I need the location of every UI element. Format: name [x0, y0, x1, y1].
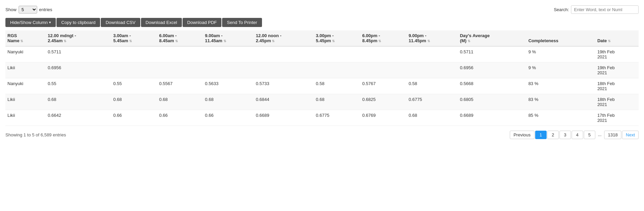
- sort-icon-t6[interactable]: ⇅: [332, 39, 335, 43]
- col-header-date[interactable]: Date⇅: [595, 30, 639, 46]
- sort-icon-t7[interactable]: ⇅: [378, 39, 381, 43]
- sort-icon-t1[interactable]: ⇅: [64, 39, 66, 43]
- cell-t5: 0.6844: [254, 94, 314, 110]
- previous-button[interactable]: Previous: [510, 131, 534, 139]
- cell-t6: 0.6775: [314, 110, 360, 126]
- top-bar: Show 5102550100 entries Search:: [5, 5, 639, 14]
- cell-t5: [254, 62, 314, 78]
- hide-show-column-button[interactable]: Hide/Show Column: [5, 18, 56, 27]
- cell-t5: 0.5733: [254, 78, 314, 94]
- col-header-t4[interactable]: 9.00am -11.45am⇅: [203, 30, 254, 46]
- cell-t3: 0.68: [157, 94, 203, 110]
- cell-completeness: 9 %: [526, 62, 595, 78]
- cell-t4: 0.5633: [203, 78, 254, 94]
- cell-t5: [254, 46, 314, 62]
- col-header-t2[interactable]: 3.00am -5.45am⇅: [111, 30, 157, 46]
- cell-date: 18th Feb 2021: [595, 78, 639, 94]
- search-input[interactable]: [571, 5, 639, 14]
- table-row: Nanyuki0.57110.57119 %19th Feb 2021: [5, 46, 639, 62]
- data-table: RGSName⇅12.00 mdngt -2.45am⇅3.00am -5.45…: [5, 30, 639, 126]
- pagination-ellipsis: ...: [596, 131, 604, 139]
- page-button-1318[interactable]: 1318: [604, 131, 621, 139]
- page-button-2[interactable]: 2: [547, 131, 559, 139]
- download-pdf-button[interactable]: Download PDF: [183, 18, 221, 27]
- table-header: RGSName⇅12.00 mdngt -2.45am⇅3.00am -5.45…: [5, 30, 639, 46]
- cell-avg: 0.6805: [458, 94, 526, 110]
- table-row: Nanyuki0.550.550.55670.56330.57330.580.5…: [5, 78, 639, 94]
- cell-completeness: 85 %: [526, 110, 595, 126]
- sort-icon-t3[interactable]: ⇅: [175, 39, 178, 43]
- cell-rgs_name: Likii: [5, 62, 46, 78]
- col-header-t7[interactable]: 6.00pm -8.45pm⇅: [360, 30, 406, 46]
- cell-t2: 0.66: [111, 110, 157, 126]
- download-excel-button[interactable]: Download Excel: [141, 18, 182, 27]
- cell-t1: 0.6642: [46, 110, 111, 126]
- cell-t1: 0.5711: [46, 46, 111, 62]
- pagination-info: Showing 1 to 5 of 6,589 entries: [5, 132, 66, 137]
- pagination-bar: Showing 1 to 5 of 6,589 entries Previous…: [5, 131, 639, 139]
- cell-t5: 0.6689: [254, 110, 314, 126]
- cell-t6: [314, 62, 360, 78]
- col-header-rgs_name[interactable]: RGSName⇅: [5, 30, 46, 46]
- cell-t3: 0.5567: [157, 78, 203, 94]
- show-entries-control: Show 5102550100 entries: [5, 6, 52, 14]
- cell-t2: 0.68: [111, 94, 157, 110]
- page-numbers: 12345...1318: [535, 131, 622, 139]
- cell-rgs_name: Likii: [5, 110, 46, 126]
- page-button-1[interactable]: 1: [535, 131, 547, 139]
- copy-to-clipboard-button[interactable]: Copy to clipboard: [56, 18, 100, 27]
- sort-icon-t5[interactable]: ⇅: [272, 39, 275, 43]
- col-header-t6[interactable]: 3.00pm -5.45pm⇅: [314, 30, 360, 46]
- sort-icon-t8[interactable]: ⇅: [427, 39, 430, 43]
- sort-icon-avg[interactable]: ⇅: [468, 39, 470, 43]
- cell-t7: 0.5767: [360, 78, 406, 94]
- cell-completeness: 83 %: [526, 94, 595, 110]
- cell-t3: 0.66: [157, 110, 203, 126]
- cell-t8: 0.68: [407, 110, 458, 126]
- download-csv-button[interactable]: Download CSV: [101, 18, 140, 27]
- cell-date: 17th Feb 2021: [595, 110, 639, 126]
- cell-date: 19th Feb 2021: [595, 46, 639, 62]
- cell-completeness: 9 %: [526, 46, 595, 62]
- cell-t1: 0.68: [46, 94, 111, 110]
- cell-t8: 0.58: [407, 78, 458, 94]
- cell-avg: 0.5668: [458, 78, 526, 94]
- col-header-t1[interactable]: 12.00 mdngt -2.45am⇅: [46, 30, 111, 46]
- page-button-4[interactable]: 4: [572, 131, 583, 139]
- toolbar: Hide/Show Column Copy to clipboard Downl…: [5, 18, 639, 27]
- page-button-3[interactable]: 3: [559, 131, 571, 139]
- next-button[interactable]: Next: [622, 131, 639, 139]
- cell-t4: 0.66: [203, 110, 254, 126]
- cell-t8: [407, 46, 458, 62]
- sort-icon-t2[interactable]: ⇅: [129, 39, 132, 43]
- table-row: Likii0.680.680.680.680.68440.680.68250.6…: [5, 94, 639, 110]
- cell-t7: 0.6825: [360, 94, 406, 110]
- cell-t4: [203, 46, 254, 62]
- cell-t2: [111, 46, 157, 62]
- cell-date: 18th Feb 2021: [595, 94, 639, 110]
- sort-icon-date[interactable]: ⇅: [608, 39, 611, 43]
- cell-t7: [360, 46, 406, 62]
- cell-t3: [157, 62, 203, 78]
- search-label: Search:: [554, 7, 569, 12]
- entries-select[interactable]: 5102550100: [19, 6, 37, 14]
- col-header-avg[interactable]: Day's Average(M)⇅: [458, 30, 526, 46]
- cell-t3: [157, 46, 203, 62]
- cell-t6: 0.68: [314, 94, 360, 110]
- sort-icon-rgs_name[interactable]: ⇅: [20, 39, 23, 43]
- page-button-5[interactable]: 5: [584, 131, 595, 139]
- cell-t6: [314, 46, 360, 62]
- cell-t8: 0.6775: [407, 94, 458, 110]
- sort-icon-t4[interactable]: ⇅: [223, 39, 226, 43]
- cell-t1: 0.55: [46, 78, 111, 94]
- cell-date: 19th Feb 2021: [595, 62, 639, 78]
- col-header-t8[interactable]: 9.00pm -11.45pm⇅: [407, 30, 458, 46]
- cell-t7: [360, 62, 406, 78]
- col-header-t3[interactable]: 6.00am -8.45am⇅: [157, 30, 203, 46]
- search-bar: Search:: [554, 5, 639, 14]
- send-to-printer-button[interactable]: Send To Printer: [222, 18, 262, 27]
- cell-avg: 0.5711: [458, 46, 526, 62]
- cell-avg: 0.6956: [458, 62, 526, 78]
- col-header-t5[interactable]: 12.00 noon -2.45pm⇅: [254, 30, 314, 46]
- cell-rgs_name: Nanyuki: [5, 46, 46, 62]
